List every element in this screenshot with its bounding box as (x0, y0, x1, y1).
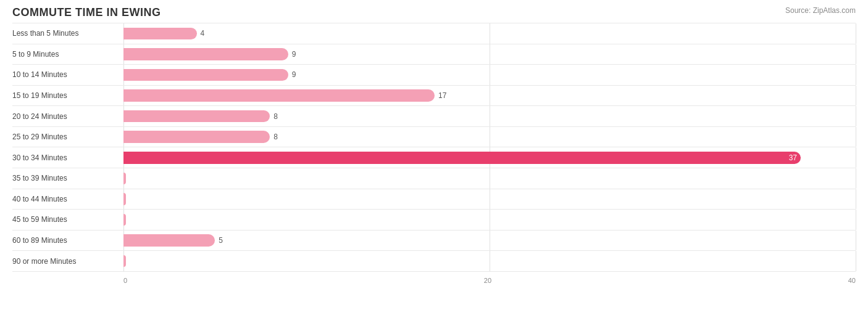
bar-fill (123, 48, 288, 60)
bar-label: Less than 5 Minutes (12, 29, 123, 38)
bar-value: 37 (789, 153, 797, 162)
bar-value: 17 (438, 91, 446, 100)
x-axis-label: 0 (123, 277, 127, 284)
bar-fill (123, 234, 215, 247)
bar-label: 15 to 19 Minutes (12, 91, 123, 100)
bar-label: 5 to 9 Minutes (12, 50, 123, 59)
source-text: Source: ZipAtlas.com (785, 6, 856, 15)
bar-fill (123, 110, 270, 123)
bar-value: 9 (292, 50, 296, 59)
bar-value: 8 (273, 112, 278, 121)
chart-title: COMMUTE TIME IN EWING (12, 6, 856, 19)
bar-track: 8 (123, 106, 856, 126)
bar-fill (123, 214, 126, 226)
bar-track: 4 (123, 23, 856, 44)
bar-row: 30 to 34 Minutes37 (12, 147, 856, 168)
x-axis-label: 20 (484, 277, 491, 284)
bar-track (123, 251, 856, 271)
chart-area: Less than 5 Minutes45 to 9 Minutes910 to… (12, 23, 856, 284)
bar-value: 9 (292, 70, 296, 79)
bar-label: 60 to 89 Minutes (12, 236, 123, 245)
bar-label: 25 to 29 Minutes (12, 133, 123, 141)
bar-label: 40 to 44 Minutes (12, 195, 123, 203)
bars-container: Less than 5 Minutes45 to 9 Minutes910 to… (12, 23, 856, 272)
x-axis: 02040 (123, 272, 856, 284)
bar-row: 40 to 44 Minutes (12, 189, 856, 210)
bar-track: 9 (123, 65, 856, 85)
bar-row: 10 to 14 Minutes9 (12, 65, 856, 86)
bar-fill: 37 (123, 152, 801, 164)
bar-fill (123, 255, 126, 268)
bar-fill (123, 193, 126, 205)
bar-label: 35 to 39 Minutes (12, 174, 123, 182)
bar-value: 4 (201, 29, 205, 38)
bar-track (123, 189, 856, 210)
bar-track: 37 (123, 147, 856, 168)
bar-row: Less than 5 Minutes4 (12, 23, 856, 44)
x-axis-label: 40 (848, 277, 856, 284)
bar-fill (123, 131, 270, 143)
bar-track: 5 (123, 231, 856, 251)
bar-row: 35 to 39 Minutes (12, 168, 856, 189)
bar-label: 90 or more Minutes (12, 257, 123, 266)
bar-value: 5 (219, 236, 223, 245)
bar-label: 20 to 24 Minutes (12, 112, 123, 121)
bar-track: 8 (123, 127, 856, 147)
bar-row: 90 or more Minutes (12, 251, 856, 272)
bar-label: 30 to 34 Minutes (12, 153, 123, 162)
bar-value: 8 (273, 133, 278, 141)
bar-fill (123, 28, 197, 40)
chart-container: COMMUTE TIME IN EWING Source: ZipAtlas.c… (0, 0, 868, 323)
bar-row: 5 to 9 Minutes9 (12, 44, 856, 65)
bar-row: 60 to 89 Minutes5 (12, 231, 856, 251)
bar-label: 10 to 14 Minutes (12, 70, 123, 79)
bar-row: 15 to 19 Minutes17 (12, 86, 856, 107)
bar-track (123, 210, 856, 230)
bar-label: 45 to 59 Minutes (12, 215, 123, 224)
bar-track: 17 (123, 86, 856, 106)
bar-track (123, 168, 856, 189)
bar-row: 25 to 29 Minutes8 (12, 127, 856, 148)
bar-track: 9 (123, 44, 856, 65)
bar-fill (123, 89, 435, 102)
bar-fill (123, 69, 288, 81)
bar-row: 45 to 59 Minutes (12, 210, 856, 231)
bar-row: 20 to 24 Minutes8 (12, 106, 856, 127)
bar-fill (123, 173, 126, 185)
